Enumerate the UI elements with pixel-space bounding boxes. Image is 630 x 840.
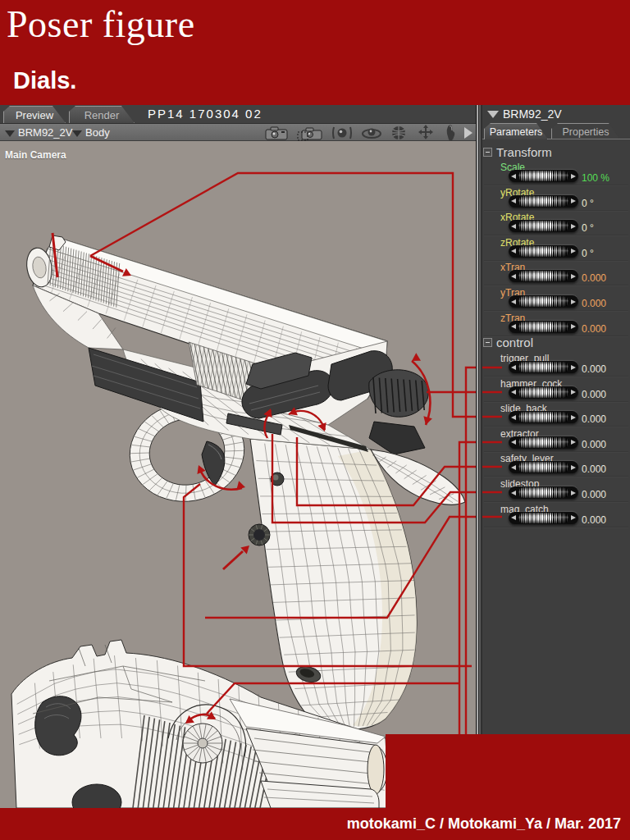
dial-value[interactable]: 0.000 xyxy=(582,363,606,375)
dial-increment-icon[interactable] xyxy=(568,220,578,232)
dial-decrement-icon[interactable] xyxy=(509,220,518,232)
hand-icon[interactable] xyxy=(445,124,456,142)
dial-drum[interactable] xyxy=(518,487,568,498)
dial-knob[interactable] xyxy=(509,436,578,449)
dial-drum[interactable] xyxy=(518,513,568,523)
dial-value[interactable]: 0.000 xyxy=(582,298,606,309)
dial-drum[interactable] xyxy=(518,296,568,307)
dial-drum[interactable] xyxy=(518,171,568,181)
dial-knob[interactable] xyxy=(509,321,578,333)
dial-decrement-icon[interactable] xyxy=(509,461,518,473)
dial-value[interactable]: 0.000 xyxy=(582,489,606,500)
dial-increment-icon[interactable] xyxy=(568,270,578,282)
dial-row-mag_catch: mag_catch0.000 xyxy=(482,501,630,526)
camera-icon[interactable] xyxy=(264,126,289,140)
dial-drum[interactable] xyxy=(518,437,568,448)
dial-value[interactable]: 0 ° xyxy=(582,222,594,234)
dial-drum[interactable] xyxy=(518,246,568,257)
tab-render[interactable]: Render xyxy=(69,106,135,123)
figure-selector[interactable]: BRM92_2V xyxy=(5,124,72,142)
dial-increment-icon[interactable] xyxy=(568,195,578,208)
dial-drum[interactable] xyxy=(518,196,568,207)
camera-dolly-icon[interactable] xyxy=(297,125,323,141)
dial-drum[interactable] xyxy=(518,387,568,398)
dial-value[interactable]: 0.000 xyxy=(582,389,606,400)
globe-icon[interactable] xyxy=(390,125,407,141)
dial-decrement-icon[interactable] xyxy=(509,270,518,282)
dial-decrement-icon[interactable] xyxy=(509,411,518,423)
dial-decrement-icon[interactable] xyxy=(509,361,518,373)
dial-value[interactable]: 0.000 xyxy=(582,272,606,284)
dial-decrement-icon[interactable] xyxy=(509,386,518,399)
credit-text: motokami_C / Motokami_Ya / Mar. 2017 xyxy=(347,815,621,833)
dial-value[interactable]: 0.000 xyxy=(582,514,606,526)
dial-value[interactable]: 0 ° xyxy=(582,248,594,259)
rotate-sphere-icon[interactable] xyxy=(361,126,382,139)
dial-decrement-icon[interactable] xyxy=(509,170,518,182)
pane-splitter[interactable] xyxy=(476,105,482,840)
dial-decrement-icon[interactable] xyxy=(509,486,518,499)
tab-parameters[interactable]: Parameters xyxy=(484,123,548,139)
dial-row-yTran: yTran0.000 xyxy=(482,285,630,309)
group-name: Transform xyxy=(496,145,552,159)
dial-increment-icon[interactable] xyxy=(568,512,578,524)
dial-value[interactable]: 0.000 xyxy=(582,463,606,475)
dial-value[interactable]: 0.000 xyxy=(582,413,606,425)
dial-increment-icon[interactable] xyxy=(568,245,578,258)
dial-decrement-icon[interactable] xyxy=(509,436,518,449)
dial-drum[interactable] xyxy=(518,362,568,372)
dial-knob[interactable] xyxy=(509,245,578,258)
orbit-sphere-icon[interactable] xyxy=(331,126,353,140)
dial-decrement-icon[interactable] xyxy=(509,245,518,258)
dial-knob[interactable] xyxy=(509,170,578,182)
dial-row-slide_back: slide_back0.000 xyxy=(482,400,630,425)
dial-knob[interactable] xyxy=(509,195,578,208)
dial-knob[interactable] xyxy=(509,512,578,524)
dial-drum[interactable] xyxy=(518,322,568,332)
dial-drum[interactable] xyxy=(518,462,568,472)
tab-properties[interactable]: Properties xyxy=(551,123,620,139)
dial-decrement-icon[interactable] xyxy=(509,512,518,524)
page-title: Poser figure xyxy=(7,2,195,46)
dial-knob[interactable] xyxy=(509,461,578,473)
document-title: PP14 170304 02 xyxy=(148,107,262,121)
dial-increment-icon[interactable] xyxy=(568,170,578,182)
dial-increment-icon[interactable] xyxy=(568,411,578,423)
dial-drum[interactable] xyxy=(518,412,568,422)
dial-knob[interactable] xyxy=(509,411,578,423)
dial-increment-icon[interactable] xyxy=(568,386,578,399)
dial-value[interactable]: 0 ° xyxy=(582,198,594,209)
dial-increment-icon[interactable] xyxy=(568,436,578,449)
dial-decrement-icon[interactable] xyxy=(509,295,518,308)
dial-row-xRotate: xRotate0 ° xyxy=(482,209,630,234)
dial-value[interactable]: 0.000 xyxy=(582,323,606,335)
dial-increment-icon[interactable] xyxy=(568,486,578,499)
dial-increment-icon[interactable] xyxy=(568,321,578,333)
dial-drum[interactable] xyxy=(518,271,568,281)
move-cross-icon[interactable] xyxy=(415,124,436,142)
body-part-selector[interactable]: Body xyxy=(72,124,110,142)
dial-increment-icon[interactable] xyxy=(568,461,578,473)
dial-value[interactable]: 0.000 xyxy=(582,439,606,450)
dial-knob[interactable] xyxy=(509,361,578,373)
dial-decrement-icon[interactable] xyxy=(509,195,518,208)
dial-drum[interactable] xyxy=(518,221,568,231)
dial-increment-icon[interactable] xyxy=(568,361,578,373)
collapse-minus-icon[interactable] xyxy=(483,148,492,157)
tab-preview[interactable]: Preview xyxy=(3,106,66,123)
camera-controls xyxy=(264,124,456,142)
dial-knob[interactable] xyxy=(509,270,578,282)
dial-increment-icon[interactable] xyxy=(568,295,578,308)
next-arrow-icon[interactable] xyxy=(464,127,472,139)
top-banner: Poser figure Dials. xyxy=(0,0,630,105)
dial-knob[interactable] xyxy=(509,220,578,232)
dial-decrement-icon[interactable] xyxy=(509,321,518,333)
dial-knob[interactable] xyxy=(509,386,578,399)
dial-knob[interactable] xyxy=(509,295,578,308)
dial-knob[interactable] xyxy=(509,486,578,499)
panel-figure-header[interactable]: BRM92_2V xyxy=(482,105,630,123)
collapse-minus-icon[interactable] xyxy=(483,338,492,347)
collapse-arrow-icon xyxy=(487,111,499,118)
dial-value[interactable]: 100 % xyxy=(582,172,609,184)
dial-row-yRotate: yRotate0 ° xyxy=(482,185,630,209)
